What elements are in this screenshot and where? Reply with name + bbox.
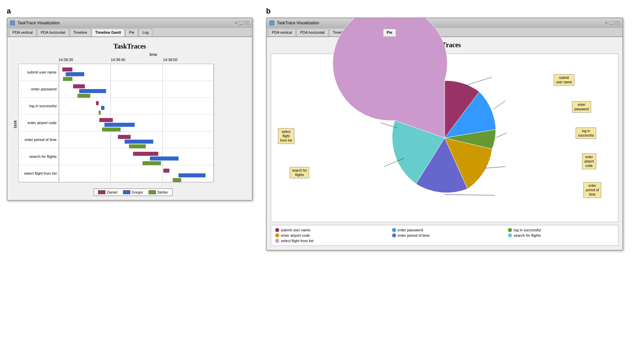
gantt-row-3 (59, 115, 213, 132)
gantt-row-labels: submit user name enter password log in s… (19, 64, 59, 182)
pie-legend-airport: enter airport code (275, 233, 387, 237)
legend-daniel: Daniel (98, 190, 117, 194)
tab-pda-horizontal-b[interactable]: PDA horizontal (296, 29, 328, 36)
callout-password: enterpassword (572, 101, 591, 113)
gantt-main: time 14:38:30 14:38:40 14:38:50 submit u… (18, 52, 248, 196)
window-a: TaskTrace Visualization ✕ _ □ PDA vertic… (7, 18, 253, 201)
tab-timeline-gantt-a[interactable]: Timeline Gantt (92, 29, 125, 36)
pie-dot-submit (275, 228, 279, 232)
legend-label-gregor: Gregor (132, 190, 143, 194)
pie-legend-submit: submit user name (275, 228, 387, 232)
close-icon-a[interactable]: ✕ (234, 21, 237, 25)
tab-pie-b[interactable]: Pie (383, 29, 396, 36)
legend-swatch-stefan (149, 190, 156, 194)
pie-legend-box: submit user name enter password log in s… (271, 225, 618, 246)
maximize-btn-a[interactable]: □ (245, 21, 249, 25)
row-label-select: select flight from list (19, 165, 59, 182)
callout-line-submit (465, 77, 492, 86)
pie-chart-box: submituser name enterpassword log insucc… (271, 54, 618, 222)
pie-dot-search (508, 233, 512, 237)
window-b: TaskTrace Visualization ✕ _ □ PDA vertic… (266, 18, 623, 251)
gantt-row-4 (59, 132, 213, 148)
pie-legend-label-password: enter password (398, 228, 423, 232)
bar-submit-gregor (66, 72, 84, 76)
gantt-row-5 (59, 148, 213, 165)
legend-swatch-gregor (123, 190, 130, 194)
panel-a-label: a (7, 7, 11, 16)
tab-timeline-a[interactable]: Timeline (70, 29, 91, 36)
callout-line-login (495, 133, 507, 138)
window-icon-b (269, 21, 274, 25)
gantt-row-6 (59, 165, 213, 182)
gantt-bars-area (59, 64, 213, 182)
row-label-submit: submit user name (19, 64, 59, 81)
pie-legend-period: enter period of time (392, 233, 503, 237)
gantt-row-1 (59, 81, 213, 98)
bar-select-gregor (179, 173, 205, 177)
tab-pda-vertical-b[interactable]: PDA vertical (268, 29, 296, 36)
gantt-legend: Daniel Gregor Stefan (94, 189, 172, 196)
pie-legend-search: search for flights (508, 233, 614, 237)
tab-pda-horizontal-a[interactable]: PDA horizontal (37, 29, 69, 36)
chart-title-a: TaskTraces (11, 42, 248, 50)
gantt-row-0 (59, 64, 213, 81)
window-title-b: TaskTrace Visualization (277, 21, 602, 25)
pie-dot-select (275, 239, 279, 243)
pie-legend-label-select: select flight from list (281, 239, 314, 243)
tab-pie-a[interactable]: Pie (125, 29, 138, 36)
bar-select-daniel (163, 169, 169, 173)
row-label-login: log in successful (19, 98, 59, 115)
bar-search-gregor (150, 156, 179, 161)
gantt-row-2 (59, 98, 213, 115)
callout-submit: submituser name (554, 74, 574, 86)
panel-b-label: b (266, 7, 270, 16)
pie-dot-period (392, 233, 396, 237)
pie-legend-label-search: search for flights (514, 233, 541, 237)
tabs-b: PDA vertical PDA horizontal Timeline Tim… (267, 28, 622, 37)
row-label-search: search for flights (19, 148, 59, 165)
titlebar-controls-b: ✕ _ □ (605, 21, 620, 25)
gantt-container: task time 14:38:30 14:38:40 14:38:50 (11, 52, 248, 196)
tab-pda-vertical-a[interactable]: PDA vertical (9, 29, 36, 36)
window-title-a: TaskTrace Visualization (18, 21, 232, 25)
pie-legend-select: select flight from list (275, 239, 387, 243)
callout-line-password (493, 101, 505, 109)
bar-select-stefan (173, 178, 181, 182)
pie-legend-label-airport: enter airport code (281, 233, 310, 237)
legend-label-stefan: Stefan (157, 190, 168, 194)
minimize-btn-a[interactable]: _ (238, 21, 243, 25)
bar-login-stefan (99, 111, 101, 115)
bar-airport-stefan (102, 127, 121, 132)
pie-legend-label-login: log in successful (514, 228, 541, 232)
row-label-period: enter period of time (19, 132, 59, 148)
tabs-a: PDA vertical PDA horizontal Timeline Tim… (7, 28, 252, 37)
titlebar-b: TaskTrace Visualization ✕ _ □ (267, 18, 622, 28)
pie-legend-login: log in successful (508, 228, 614, 232)
close-icon-b[interactable]: ✕ (605, 21, 608, 25)
panel-a: a TaskTrace Visualization ✕ _ □ PDA vert… (7, 7, 253, 201)
bar-password-gregor (79, 89, 106, 93)
bar-submit-stefan (63, 77, 72, 81)
bar-search-daniel (133, 152, 158, 156)
callout-search: search forflights (290, 167, 309, 178)
vline-4 (214, 64, 214, 182)
bar-login-daniel (96, 101, 99, 105)
tick-label-1: 14:38:30 (59, 58, 73, 62)
legend-stefan: Stefan (149, 190, 168, 194)
pie-dot-airport (275, 233, 279, 237)
callout-select: selectflightfrom list (278, 128, 294, 144)
bar-period-stefan (129, 144, 146, 148)
maximize-btn-b[interactable]: □ (615, 21, 620, 25)
legend-gregor: Gregor (123, 190, 143, 194)
pie-chart-svg (377, 70, 512, 205)
tab-log-a[interactable]: Log (139, 29, 152, 36)
gantt-chart-area: submit user name enter password log in s… (18, 64, 214, 182)
row-label-password: enter password (19, 81, 59, 98)
titlebar-controls-a: ✕ _ □ (234, 21, 249, 25)
bar-period-daniel (118, 135, 131, 139)
panel-b: b TaskTrace Visualization ✕ _ □ PDA vert… (266, 7, 623, 251)
pie-dot-login (508, 228, 512, 232)
window-icon-a (10, 21, 15, 25)
bar-period-gregor (125, 140, 153, 144)
minimize-btn-b[interactable]: _ (609, 21, 614, 25)
